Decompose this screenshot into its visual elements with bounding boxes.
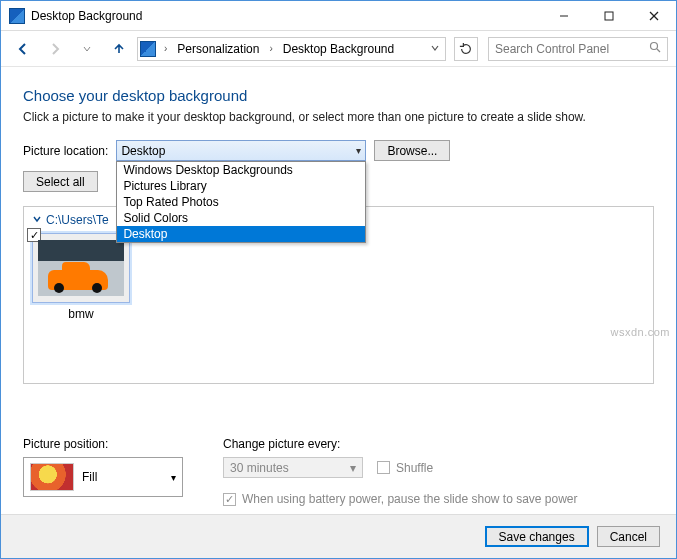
- save-changes-button[interactable]: Save changes: [485, 526, 589, 547]
- change-interval-combobox[interactable]: 30 minutes ▾: [223, 457, 363, 478]
- address-bar[interactable]: › Personalization › Desktop Background: [137, 37, 446, 61]
- chevron-down-icon: ▾: [350, 461, 356, 475]
- address-dropdown-button[interactable]: [427, 42, 443, 56]
- search-placeholder: Search Control Panel: [495, 42, 609, 56]
- battery-label: When using battery power, pause the slid…: [242, 492, 578, 506]
- picture-thumbnail[interactable]: ✓ bmw: [32, 233, 130, 321]
- personalization-icon: [140, 41, 156, 57]
- select-all-button[interactable]: Select all: [23, 171, 98, 192]
- option-pictures-library[interactable]: Pictures Library: [117, 178, 365, 194]
- control-panel-window: Desktop Background › Personalization: [0, 0, 677, 559]
- content-area: Choose your desktop background Click a p…: [1, 67, 676, 514]
- shuffle-option[interactable]: Shuffle: [377, 461, 433, 475]
- maximize-button[interactable]: [586, 1, 631, 30]
- battery-option[interactable]: ✓ When using battery power, pause the sl…: [223, 492, 578, 506]
- picture-position-label: Picture position:: [23, 437, 183, 451]
- watermark-text: wsxdn.com: [610, 326, 670, 338]
- option-top-rated-photos[interactable]: Top Rated Photos: [117, 194, 365, 210]
- change-interval-value: 30 minutes: [230, 461, 289, 475]
- thumbnail-frame: ✓: [32, 233, 130, 303]
- thumbnail-image: [38, 240, 124, 296]
- option-windows-desktop-backgrounds[interactable]: Windows Desktop Backgrounds: [117, 162, 365, 178]
- shuffle-checkbox[interactable]: [377, 461, 390, 474]
- picture-location-row: Picture location: Desktop ▾ Windows Desk…: [23, 140, 654, 161]
- footer: Save changes Cancel: [1, 514, 676, 558]
- option-desktop[interactable]: Desktop: [117, 226, 365, 242]
- chevron-right-icon: ›: [267, 43, 274, 54]
- svg-point-4: [651, 43, 658, 50]
- chevron-right-icon: ›: [162, 43, 169, 54]
- titlebar: Desktop Background: [1, 1, 676, 31]
- chevron-down-icon: ▾: [171, 472, 176, 483]
- close-button[interactable]: [631, 1, 676, 30]
- app-icon: [9, 8, 25, 24]
- breadcrumb-desktop-background[interactable]: Desktop Background: [279, 40, 398, 58]
- picture-location-label: Picture location:: [23, 144, 108, 158]
- option-solid-colors[interactable]: Solid Colors: [117, 210, 365, 226]
- svg-rect-1: [605, 12, 613, 20]
- navbar: › Personalization › Desktop Background S…: [1, 31, 676, 67]
- search-input[interactable]: Search Control Panel: [488, 37, 668, 61]
- svg-line-5: [657, 49, 660, 52]
- window-title: Desktop Background: [31, 9, 142, 23]
- minimize-button[interactable]: [541, 1, 586, 30]
- history-dropdown-button[interactable]: [73, 35, 101, 63]
- back-button[interactable]: [9, 35, 37, 63]
- picture-position-combobox[interactable]: Fill ▾: [23, 457, 183, 497]
- refresh-button[interactable]: [454, 37, 478, 61]
- battery-checkbox[interactable]: ✓: [223, 493, 236, 506]
- thumbnail-caption: bmw: [68, 307, 93, 321]
- picture-location-value: Desktop: [121, 144, 165, 158]
- change-every-label: Change picture every:: [223, 437, 578, 451]
- page-subtext: Click a picture to make it your desktop …: [23, 110, 654, 124]
- options-section: Picture position: Fill ▾ Change picture …: [23, 424, 654, 506]
- shuffle-label: Shuffle: [396, 461, 433, 475]
- browse-button[interactable]: Browse...: [374, 140, 450, 161]
- breadcrumb-personalization[interactable]: Personalization: [173, 40, 263, 58]
- group-path: C:\Users\Te: [46, 213, 109, 227]
- cancel-button[interactable]: Cancel: [597, 526, 660, 547]
- page-heading: Choose your desktop background: [23, 87, 654, 104]
- expand-collapse-icon: [32, 213, 42, 227]
- search-icon: [649, 41, 661, 56]
- picture-position-value: Fill: [82, 470, 97, 484]
- up-button[interactable]: [105, 35, 133, 63]
- picture-position-column: Picture position: Fill ▾: [23, 437, 183, 497]
- position-preview-icon: [30, 463, 74, 491]
- forward-button[interactable]: [41, 35, 69, 63]
- picture-location-combobox[interactable]: Desktop ▾: [116, 140, 366, 161]
- picture-location-dropdown: Windows Desktop Backgrounds Pictures Lib…: [116, 161, 366, 243]
- change-every-column: Change picture every: 30 minutes ▾ Shuff…: [223, 437, 578, 506]
- chevron-down-icon: ▾: [356, 145, 361, 156]
